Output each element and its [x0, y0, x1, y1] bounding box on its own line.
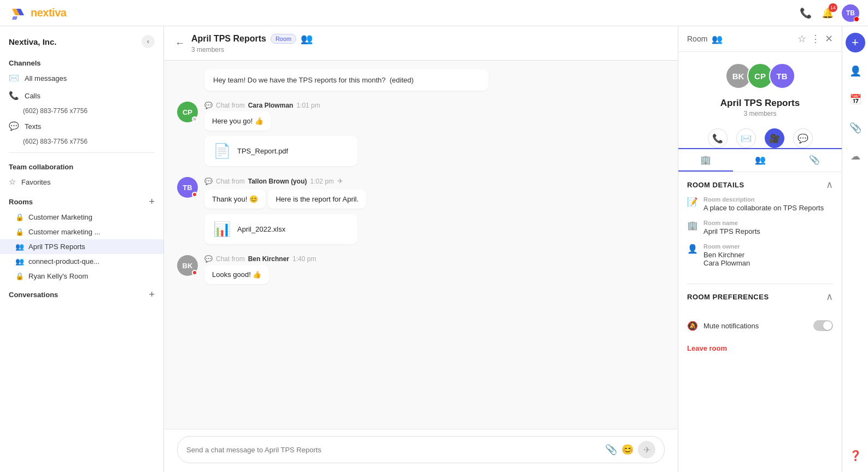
message-group-3: TB 💬 Chat from Tallon Brown (you) 1:02 p…: [177, 177, 665, 244]
calls-sub-number[interactable]: (602) 883-7756 x7756: [0, 104, 163, 117]
emoji-icon[interactable]: 😊: [621, 444, 634, 456]
rp-name-label: Room name: [703, 220, 833, 226]
room-name-icon: 🏢: [687, 220, 698, 231]
message-3-meta: 💬 Chat from Tallon Brown (you) 1:02 pm ✈: [204, 177, 665, 185]
rp-description-value: A place to collaborate on TPS Reports: [703, 204, 833, 212]
avatar-tallon: TB: [177, 177, 198, 198]
rp-avatar-tb: TB: [769, 63, 795, 89]
rp-description-content: Room description A place to collaborate …: [703, 196, 833, 212]
room-people-icon-1: 👥: [15, 243, 24, 251]
more-options-icon[interactable]: ⋮: [257, 116, 266, 126]
rp-owner-value-2: Cara Plowman: [703, 259, 833, 267]
file-bubble-pdf[interactable]: 📄 TPS_Report.pdf: [204, 136, 357, 166]
rp-prefs-toggle[interactable]: ∧: [826, 291, 833, 303]
far-right-calendar-icon[interactable]: 📅: [846, 90, 865, 109]
far-right-cloud-icon[interactable]: ☁: [846, 146, 865, 166]
rp-tabs: 🏢 👥 📎: [678, 149, 842, 172]
rp-call-icon[interactable]: 📞: [708, 128, 728, 148]
sender-tallon: Tallon Brown (you): [248, 178, 307, 185]
chat-title: April TPS Reports: [191, 34, 266, 44]
message-3-content: 💬 Chat from Tallon Brown (you) 1:02 pm ✈…: [204, 177, 665, 244]
owner-icon: 👤: [687, 244, 698, 254]
room-lock-icon-1: 🔒: [15, 213, 24, 221]
room-item-customer-marketing[interactable]: 🔒 Customer Marketing: [0, 210, 163, 225]
rp-prefs-section: ROOM PREFERENCES ∧: [678, 291, 842, 315]
room-label-4: connect-product-que...: [28, 257, 99, 266]
user-avatar[interactable]: TB: [842, 4, 859, 22]
chat-room-badge: Room: [271, 34, 296, 44]
meta-from-label: Chat from: [216, 102, 245, 109]
sender-cara: Cara Plowman: [248, 102, 294, 109]
leave-room-button[interactable]: Leave room: [687, 344, 727, 352]
rooms-add-button[interactable]: +: [149, 196, 155, 208]
message-1: Hey team! Do we have the TPS reports for…: [204, 69, 489, 91]
pdf-icon: 📄: [213, 143, 231, 160]
rp-room-details-header: ROOM DETAILS ∧: [687, 179, 833, 191]
rp-tab-building[interactable]: 🏢: [678, 149, 733, 172]
rp-prefs-header: ROOM PREFERENCES ∧: [687, 291, 833, 303]
phone-icon[interactable]: 📞: [798, 5, 813, 21]
rp-room-title: April TPS Reports: [678, 93, 842, 110]
right-panel: Room 👥 ☆ ⋮ ✕ BK CP TB April TPS Reports …: [678, 26, 842, 472]
file-bubble-xlsx[interactable]: 📊 April_2022.xlsx: [204, 214, 357, 244]
room-item-april-tps[interactable]: 👥 April TPS Reports: [0, 239, 163, 254]
rp-email-icon[interactable]: ✉️: [736, 128, 756, 148]
mute-toggle[interactable]: [813, 320, 833, 331]
right-panel-header: Room 👥 ☆ ⋮ ✕: [678, 26, 842, 52]
chat-input[interactable]: [186, 446, 601, 454]
rp-video-icon[interactable]: 🎥: [765, 128, 784, 148]
rp-close-icon[interactable]: ✕: [825, 33, 833, 45]
room-item-connect-product[interactable]: 👥 connect-product-que...: [0, 254, 163, 269]
send-button[interactable]: ✈: [638, 441, 655, 458]
rp-owner-content: Room owner Ben Kirchner Cara Plowman: [703, 243, 833, 267]
calls-icon: 📞: [9, 91, 19, 101]
sidebar-item-favorites[interactable]: ☆ Favorites: [0, 173, 163, 191]
rp-description-row: 📝 Room description A place to collaborat…: [687, 196, 833, 212]
calls-label: Calls: [25, 92, 155, 100]
rp-action-icons: 📞 ✉️ 🎥 💬: [678, 124, 842, 149]
message-4-content: 💬 Chat from Ben Kirchner 1:40 pm Looks g…: [204, 255, 665, 287]
back-button[interactable]: ←: [175, 38, 185, 49]
message-3-bubble-1: Thank you! 😊: [204, 190, 266, 209]
chat-header: ← April TPS Reports Room 👥 3 members: [164, 26, 678, 61]
rp-tab-members[interactable]: 👥: [733, 149, 788, 172]
far-right-panel: + 👤 📅 📎 ☁ ❓: [842, 26, 868, 472]
rp-name-value: April TPS Reports: [703, 227, 833, 235]
nextiva-logo: [9, 4, 26, 22]
rp-room-details-toggle[interactable]: ∧: [826, 179, 833, 191]
texts-sub-number[interactable]: (602) 883-7756 x7756: [0, 135, 163, 148]
far-right-paperclip-icon[interactable]: 📎: [846, 118, 865, 138]
sidebar-item-texts[interactable]: 💬 Texts: [0, 117, 163, 135]
message-group-4: BK 💬 Chat from Ben Kirchner 1:40 pm Look…: [177, 255, 665, 287]
help-icon[interactable]: ❓: [846, 446, 865, 465]
sidebar-item-all-messages[interactable]: ✉️ All messages: [0, 69, 163, 87]
message-3-bubble-2: Here is the report for April.: [268, 190, 366, 209]
rp-name-row: 🏢 Room name April TPS Reports: [687, 220, 833, 235]
description-icon: 📝: [687, 197, 698, 207]
mute-icon: 🔕: [687, 321, 698, 331]
message-4-bubble: Looks good! 👍: [204, 265, 269, 284]
rooms-section-title: Rooms: [9, 198, 33, 206]
rp-chat-icon[interactable]: 💬: [793, 128, 813, 148]
rp-tab-files[interactable]: 📎: [787, 149, 842, 172]
conversations-add-button[interactable]: +: [149, 289, 155, 300]
rp-room-details-section: ROOM DETAILS ∧ 📝 Room description A plac…: [678, 172, 842, 281]
rp-more-icon[interactable]: ⋮: [811, 33, 820, 45]
rp-star-icon[interactable]: ☆: [797, 33, 806, 45]
rp-header-actions: ☆ ⋮ ✕: [797, 33, 833, 45]
rp-description-label: Room description: [703, 196, 833, 203]
rp-avatars: BK CP TB: [678, 52, 842, 93]
attachment-icon[interactable]: 📎: [605, 444, 617, 456]
sidebar-collapse-button[interactable]: ‹: [142, 35, 155, 48]
room-item-customer-marketing-2[interactable]: 🔒 Customer marketing ...: [0, 225, 163, 239]
notification-icon[interactable]: 🔔 14: [820, 5, 835, 21]
sidebar-item-calls[interactable]: 📞 Calls: [0, 87, 163, 104]
emoji-reaction-icon[interactable]: 😊: [244, 116, 255, 126]
room-item-ryan-kelly[interactable]: 🔒 Ryan Kelly's Room: [0, 269, 163, 284]
rooms-section: Rooms +: [0, 191, 163, 210]
far-right-person-icon[interactable]: 👤: [846, 61, 865, 81]
message-1-bubble: Hey team! Do we have the TPS reports for…: [204, 69, 489, 91]
rp-owner-value-1: Ben Kirchner: [703, 251, 833, 259]
chat-header-info: April TPS Reports Room 👥 3 members: [191, 33, 313, 54]
add-button[interactable]: +: [846, 33, 865, 52]
